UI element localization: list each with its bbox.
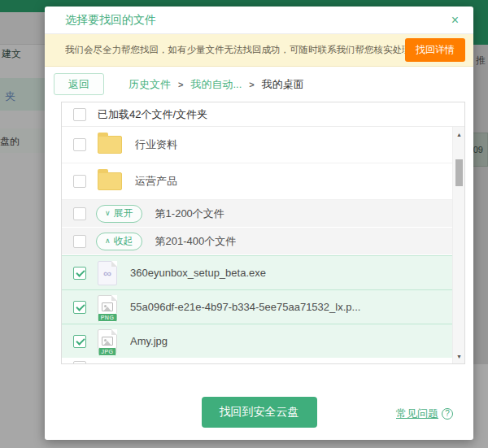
image-glyph [102,302,113,311]
loaded-count-label: 已加载42个文件/文件夹 [98,107,207,122]
file-type-badge: JPG [98,347,116,356]
row-checkbox[interactable] [73,138,86,151]
row-label: 360eyunbox_setup_beta.exe [130,267,266,279]
expand-label: 展开 [114,207,133,220]
faq-link[interactable]: 常见问题 ? [396,407,453,421]
scrollbar-thumb[interactable] [455,159,463,186]
breadcrumb-toolbar: 返回 历史文件 > 我的自动... > 我的桌面 [45,67,473,102]
list-row-group[interactable]: ∧ 收起 第201-400个文件 [62,228,452,255]
notice-text: 我们会尽全力帮您找回，如有少量文件无法找回成功，可随时联系我们帮您核实处理。 [65,44,405,56]
row-label: 第1-200个文件 [155,207,224,221]
recover-files-dialog: 选择要找回的文件 × 我们会尽全力帮您找回，如有少量文件无法找回成功，可随时联系… [45,7,473,440]
screen: 建文 夹 盘的 推 -09 选择要找回的文件 × 我们会尽全力帮您找回，如有少量… [0,0,488,448]
list-row-file[interactable]: ∞ 360eyunbox_setup_beta.exe [62,255,452,289]
list-row-partial [62,358,452,363]
dialog-footer: 找回到安全云盘 常见问题 ? [45,364,473,440]
folder-icon [98,136,122,154]
dialog-title: 选择要找回的文件 [65,13,156,28]
collapse-button[interactable]: ∧ 收起 [96,233,142,250]
list-row-folder[interactable]: 运营产品 [62,163,452,200]
question-circle-icon: ? [442,408,453,420]
row-checkbox[interactable] [73,235,86,248]
list-row-group[interactable]: ∨ 展开 第1-200个文件 [62,200,452,228]
row-checkbox-checked[interactable] [73,301,86,314]
breadcrumb-separator: > [249,80,254,89]
breadcrumb: 历史文件 > 我的自动... > 我的桌面 [129,77,304,92]
expand-button[interactable]: ∨ 展开 [96,205,142,223]
row-checkbox[interactable] [73,361,86,363]
unknown-file-icon: ∞ [98,261,117,285]
scroll-down-icon[interactable]: ▼ [453,350,464,362]
list-scroll-area: 行业资料 运营产品 ∨ 展开 第1-200个文件 [62,127,464,363]
row-label: Amy.jpg [130,335,168,347]
row-checkbox-checked[interactable] [73,335,86,348]
list-row-file[interactable]: JPG Amy.jpg [62,324,452,358]
file-type-badge: PNG [98,313,118,322]
recover-details-button[interactable]: 找回详情 [405,38,465,62]
dialog-header: 选择要找回的文件 × [45,7,473,34]
chevron-down-icon: ∨ [105,210,111,217]
row-label: 第201-400个文件 [155,234,237,249]
close-icon[interactable]: × [451,14,459,27]
scrollbar[interactable]: ▲ ▼ [452,127,464,363]
list-header-row: 已加载42个文件/文件夹 [62,102,464,127]
breadcrumb-separator: > [178,80,183,89]
recover-to-cloud-button[interactable]: 找回到安全云盘 [202,397,317,428]
file-list: 已加载42个文件/文件夹 行业资料 运营产品 [61,102,465,364]
notice-bar: 我们会尽全力帮您找回，如有少量文件无法找回成功，可随时联系我们帮您核实处理。 找… [45,34,473,67]
row-checkbox[interactable] [73,207,86,220]
breadcrumb-item-desktop: 我的桌面 [262,77,304,92]
breadcrumb-item-history[interactable]: 历史文件 [129,77,171,92]
row-checkbox[interactable] [73,175,86,188]
row-label: 运营产品 [135,174,177,189]
image-glyph [102,337,113,346]
scroll-up-icon[interactable]: ▲ [453,128,464,140]
list-row-folder[interactable]: 行业资料 [62,127,452,163]
folder-icon [98,172,122,190]
back-button[interactable]: 返回 [54,73,104,95]
row-label: 55a096df-e21e-4b97-b334-5ee75aa71532_lx.… [130,301,360,313]
chevron-up-icon: ∧ [105,237,111,245]
list-row-file[interactable]: PNG 55a096df-e21e-4b97-b334-5ee75aa71532… [62,289,452,324]
image-file-icon: JPG [98,329,117,354]
image-file-icon: PNG [98,295,117,320]
row-label: 行业资料 [135,137,177,152]
collapse-label: 收起 [114,234,133,248]
row-checkbox-checked[interactable] [73,267,86,280]
select-all-checkbox[interactable] [73,108,86,121]
breadcrumb-item-auto[interactable]: 我的自动... [190,77,242,92]
